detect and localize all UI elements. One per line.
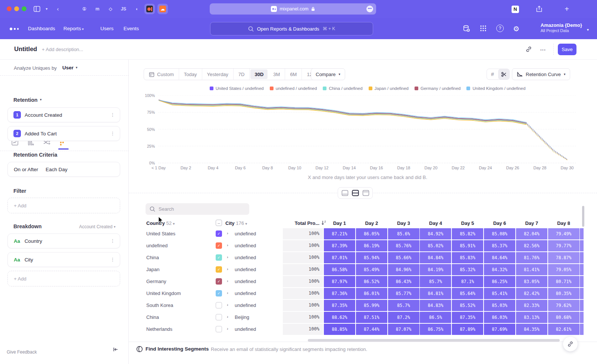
horizontal-scrollbar[interactable] bbox=[308, 339, 560, 342]
retention-cell[interactable]: 79.05% bbox=[548, 264, 579, 275]
step-event-label[interactable]: Added To Cart bbox=[25, 131, 57, 136]
row-country-label[interactable]: Netherlands bbox=[146, 326, 172, 332]
apps-grid-icon[interactable] bbox=[479, 25, 487, 32]
copy-link-icon[interactable] bbox=[525, 46, 532, 53]
row-city-label[interactable]: undefined bbox=[235, 231, 256, 236]
retention-cell[interactable]: 85.32% bbox=[452, 264, 483, 275]
expand-row-icon[interactable]: › bbox=[227, 279, 228, 283]
date-range-3m[interactable]: 3M bbox=[268, 69, 285, 80]
trim-chart-icon[interactable] bbox=[498, 69, 509, 79]
breakdown-event-dropdown[interactable]: Account Created bbox=[79, 224, 112, 229]
retention-cell[interactable]: 84.92% bbox=[420, 228, 451, 239]
nav-item-dashboards[interactable]: Dashboards bbox=[28, 26, 55, 31]
new-tab-icon[interactable]: + bbox=[562, 4, 572, 13]
retention-cell[interactable]: 84.96% bbox=[388, 264, 419, 275]
breakdown-card-country[interactable]: AaCountry⋮ bbox=[7, 233, 120, 248]
duckduckgo-icon[interactable]: ◖ bbox=[131, 4, 142, 14]
retention-cell[interactable]: 85.91% bbox=[452, 240, 483, 251]
retention-cell[interactable]: 84.64% bbox=[484, 252, 515, 263]
retention-cell[interactable]: 82.33% bbox=[516, 300, 547, 311]
retention-cell[interactable]: 85.37% bbox=[484, 240, 515, 251]
day-column-header[interactable]: Day 7 bbox=[516, 220, 547, 226]
nav-item-users[interactable]: Users bbox=[100, 26, 113, 31]
retention-cell[interactable]: 88.85% bbox=[324, 324, 355, 335]
retention-cell[interactable]: 87.35% bbox=[324, 300, 355, 311]
expand-row-icon[interactable]: › bbox=[227, 326, 228, 331]
breakdown-property-label[interactable]: City bbox=[25, 257, 33, 263]
give-feedback-link[interactable]: Give Feedback bbox=[7, 349, 37, 355]
retention-cell[interactable]: 87.36% bbox=[324, 288, 355, 299]
retention-line-chart[interactable] bbox=[159, 95, 576, 163]
expand-row-icon[interactable]: › bbox=[227, 243, 228, 247]
day-column-header[interactable]: Day 3 bbox=[388, 220, 419, 226]
chevron-down-icon[interactable]: ▾ bbox=[42, 4, 51, 13]
share-icon[interactable] bbox=[534, 4, 544, 13]
retention-section-title[interactable]: Retention bbox=[13, 97, 38, 103]
view-split-icon[interactable] bbox=[350, 188, 360, 198]
retention-cell[interactable]: 81.41% bbox=[516, 264, 547, 275]
retention-cell[interactable]: 86.25% bbox=[484, 276, 515, 287]
retention-cell[interactable]: 87.2% bbox=[388, 312, 419, 323]
retention-cell[interactable]: 87.69% bbox=[484, 324, 515, 335]
retention-cell[interactable]: 86.58% bbox=[324, 264, 355, 275]
retention-cell[interactable]: 85.7% bbox=[388, 300, 419, 311]
row-checkbox[interactable]: ✓ bbox=[216, 266, 222, 273]
retention-cell[interactable]: 87.51% bbox=[356, 312, 387, 323]
view-chart-only-icon[interactable] bbox=[340, 188, 350, 198]
retention-cell[interactable]: 84.83% bbox=[420, 300, 451, 311]
project-switcher[interactable]: Amazonia {Demo} All Project Data bbox=[541, 22, 582, 33]
kebab-menu-icon[interactable]: ⋮ bbox=[110, 240, 115, 242]
retention-cell[interactable]: 87.07% bbox=[388, 324, 419, 335]
date-range-30d[interactable]: 30D bbox=[250, 69, 268, 79]
retention-cell[interactable]: 85.6% bbox=[388, 228, 419, 239]
day-column-header[interactable]: Day 8 bbox=[548, 220, 579, 226]
collapse-sidebar-icon[interactable] bbox=[113, 347, 119, 352]
row-city-label[interactable]: undefined bbox=[235, 291, 256, 296]
add-description-field[interactable]: + Add description... bbox=[42, 47, 83, 52]
retention-cell[interactable]: 86.43% bbox=[388, 276, 419, 287]
retention-cell[interactable]: 85.03% bbox=[484, 300, 515, 311]
row-checkbox[interactable]: ✓ bbox=[216, 254, 222, 261]
retention-cell[interactable]: 84.81% bbox=[420, 288, 451, 299]
legend-item[interactable]: undefined / undefined bbox=[270, 86, 317, 91]
retention-cell[interactable]: 85.49% bbox=[356, 264, 387, 275]
breakdown-card-city[interactable]: AaCity⋮ bbox=[7, 252, 120, 267]
kebab-menu-icon[interactable]: ⋮ bbox=[110, 259, 115, 261]
retention-cell[interactable]: 86.52% bbox=[356, 276, 387, 287]
criteria-each-day[interactable]: Each Day bbox=[46, 167, 68, 172]
legend-item[interactable]: Japan / undefined bbox=[369, 86, 409, 91]
row-country-label[interactable]: Germany bbox=[146, 279, 166, 284]
row-city-label[interactable]: undefined bbox=[235, 326, 256, 332]
expand-row-icon[interactable]: › bbox=[227, 267, 228, 271]
onepassword-icon[interactable]: ① bbox=[79, 4, 90, 14]
retention-cell[interactable]: 86.5% bbox=[420, 312, 451, 323]
day-column-header[interactable]: Day 2 bbox=[356, 220, 387, 226]
retention-cell[interactable]: 87.39% bbox=[324, 240, 355, 251]
legend-item[interactable]: United Kingdom / undefined bbox=[466, 86, 525, 91]
expand-row-icon[interactable]: › bbox=[227, 291, 228, 295]
retention-cell[interactable]: 84.84% bbox=[420, 252, 451, 263]
row-checkbox[interactable] bbox=[216, 314, 222, 320]
criteria-card[interactable]: On or After Each Day bbox=[7, 162, 120, 177]
retention-cell[interactable]: 87.97% bbox=[324, 276, 355, 287]
row-checkbox[interactable]: ✓ bbox=[216, 290, 222, 296]
back-icon[interactable]: ‹ bbox=[53, 4, 63, 13]
retention-cell[interactable]: 87.89% bbox=[452, 324, 483, 335]
nav-item-reports[interactable]: Reports ▾ bbox=[63, 26, 84, 31]
retention-cell[interactable]: 80.35% bbox=[548, 288, 579, 299]
breakdown-property-label[interactable]: Country bbox=[25, 238, 42, 244]
retention-cell[interactable]: 87.1% bbox=[452, 276, 483, 287]
more-actions-button[interactable]: ... bbox=[540, 46, 546, 51]
retention-cell[interactable]: 85.02% bbox=[420, 240, 451, 251]
retention-cell[interactable]: 80.68% bbox=[548, 312, 579, 323]
retention-cell[interactable]: 86.03% bbox=[484, 312, 515, 323]
retention-cell[interactable]: 85.66% bbox=[388, 252, 419, 263]
filter-add-button[interactable]: + Add bbox=[7, 198, 120, 213]
retention-cell[interactable]: 82.04% bbox=[516, 228, 547, 239]
retention-cell[interactable]: 88.62% bbox=[324, 312, 355, 323]
day-column-header[interactable]: Day 4 bbox=[420, 220, 451, 226]
retention-cell[interactable]: 85.77% bbox=[388, 288, 419, 299]
box-icon[interactable]: ◇ bbox=[105, 4, 116, 14]
retention-cell[interactable]: 83.05% bbox=[516, 276, 547, 287]
day-column-header[interactable]: Day 6 bbox=[484, 220, 515, 226]
